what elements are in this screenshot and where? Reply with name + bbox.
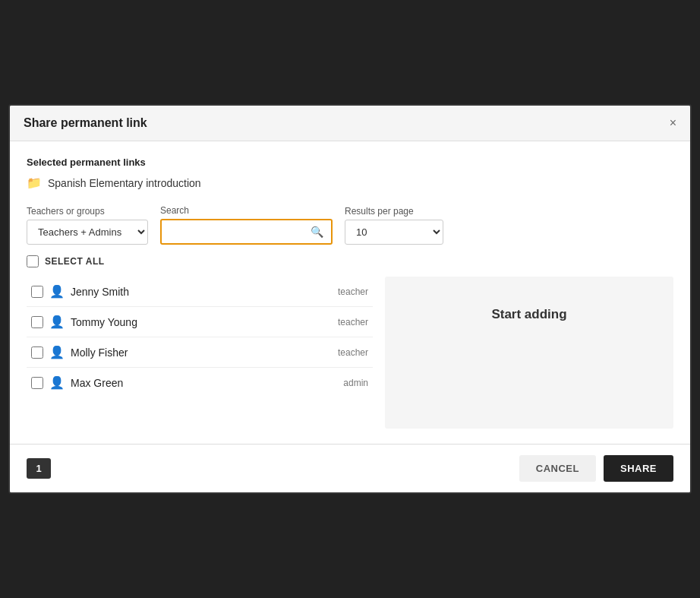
- person-checkbox-2[interactable]: [31, 346, 43, 359]
- teachers-label: Teachers or groups: [27, 206, 148, 217]
- right-panel: Start adding: [385, 277, 673, 429]
- close-button[interactable]: ×: [670, 117, 676, 129]
- folder-icon: 📁: [27, 176, 42, 190]
- dialog-footer: 1 CANCEL SHARE: [10, 444, 690, 492]
- teachers-select[interactable]: Teachers + Admins Teachers Admins: [27, 220, 148, 245]
- controls-row: Teachers or groups Teachers + Admins Tea…: [27, 205, 673, 245]
- results-group: Results per page 10 20 50: [345, 206, 443, 245]
- teachers-filter-group: Teachers or groups Teachers + Admins Tea…: [27, 206, 148, 245]
- search-label: Search: [160, 205, 333, 216]
- main-area: 👤 Jenny Smith teacher 👤 Tommy Young teac…: [27, 277, 673, 429]
- table-row: 👤 Tommy Young teacher: [27, 307, 373, 337]
- person-name-0: Jenny Smith: [71, 286, 332, 298]
- person-icon-3: 👤: [49, 375, 65, 390]
- select-all-label: SELECT ALL: [45, 256, 105, 267]
- person-icon-1: 👤: [49, 315, 65, 329]
- start-adding-text: Start adding: [491, 307, 566, 322]
- person-name-1: Tommy Young: [71, 316, 332, 328]
- search-icon: 🔍: [311, 226, 323, 238]
- table-row: 👤 Molly Fisher teacher: [27, 337, 373, 368]
- person-role-1: teacher: [338, 317, 368, 327]
- search-group: Search 🔍: [160, 205, 333, 245]
- person-checkbox-0[interactable]: [31, 286, 43, 298]
- person-checkbox-1[interactable]: [31, 316, 43, 328]
- results-label: Results per page: [345, 206, 443, 217]
- person-name-2: Molly Fisher: [71, 346, 332, 359]
- search-input-row: 🔍: [165, 222, 328, 242]
- person-role-2: teacher: [338, 347, 368, 358]
- selected-links-row: 📁 Spanish Elementary introduction: [27, 176, 673, 190]
- person-role-0: teacher: [338, 286, 368, 297]
- select-all-row: SELECT ALL: [27, 255, 673, 267]
- search-input[interactable]: [169, 226, 306, 238]
- table-row: 👤 Max Green admin: [27, 368, 373, 397]
- results-select[interactable]: 10 20 50: [345, 220, 443, 245]
- footer-buttons: CANCEL SHARE: [519, 455, 673, 482]
- person-list: 👤 Jenny Smith teacher 👤 Tommy Young teac…: [27, 277, 373, 429]
- cancel-button[interactable]: CANCEL: [519, 455, 596, 482]
- person-icon-2: 👤: [49, 345, 65, 359]
- person-icon-0: 👤: [49, 284, 65, 299]
- select-all-checkbox[interactable]: [27, 255, 39, 267]
- dialog-body: Selected permanent links 📁 Spanish Eleme…: [10, 141, 690, 444]
- person-name-3: Max Green: [71, 377, 337, 389]
- share-dialog: Share permanent link × Selected permanen…: [8, 104, 692, 494]
- person-role-3: admin: [343, 378, 368, 388]
- link-name: Spanish Elementary introduction: [48, 177, 201, 189]
- share-button[interactable]: SHARE: [604, 455, 673, 482]
- table-row: 👤 Jenny Smith teacher: [27, 277, 373, 307]
- dialog-header: Share permanent link ×: [10, 106, 690, 141]
- search-box-wrapper: 🔍: [160, 219, 333, 245]
- selected-links-label: Selected permanent links: [27, 157, 673, 168]
- page-badge: 1: [27, 458, 51, 479]
- dialog-title: Share permanent link: [24, 116, 147, 130]
- person-checkbox-3[interactable]: [31, 377, 43, 389]
